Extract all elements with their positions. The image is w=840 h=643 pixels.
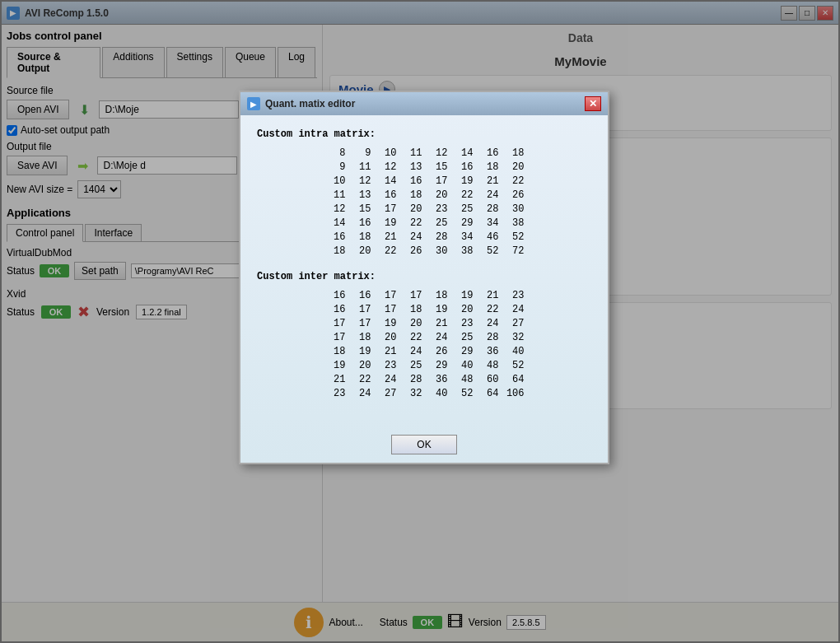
matrix-cell: 15 <box>348 203 373 216</box>
matrix-cell: 27 <box>502 317 526 330</box>
matrix-cell: 24 <box>476 189 501 202</box>
matrix-cell: 12 <box>348 175 373 188</box>
matrix-cell: 16 <box>323 231 348 244</box>
matrix-cell: 52 <box>502 359 526 372</box>
matrix-cell: 72 <box>502 245 526 258</box>
matrix-cell: 25 <box>425 217 450 230</box>
quant-matrix-dialog: ▶ Quant. matix editor ✕ Custom intra mat… <box>239 91 609 464</box>
matrix-cell: 28 <box>476 203 501 216</box>
matrix-cell: 38 <box>450 245 475 258</box>
matrix-cell: 21 <box>374 231 399 244</box>
matrix-cell: 26 <box>425 345 450 358</box>
matrix-cell: 22 <box>399 217 424 230</box>
matrix-cell: 106 <box>502 387 526 400</box>
matrix-cell: 52 <box>450 387 475 400</box>
matrix-cell: 19 <box>348 345 373 358</box>
matrix-cell: 24 <box>399 345 424 358</box>
matrix-cell: 25 <box>450 331 475 344</box>
matrix-cell: 14 <box>450 147 475 160</box>
matrix-cell: 18 <box>399 189 424 202</box>
matrix-cell: 16 <box>476 147 501 160</box>
matrix-cell: 17 <box>323 317 348 330</box>
matrix-cell: 11 <box>399 147 424 160</box>
matrix-cell: 28 <box>399 373 424 386</box>
matrix-cell: 64 <box>502 373 526 386</box>
inter-matrix-grid: 1616171718192123161717181920222417171920… <box>257 289 591 400</box>
matrix-cell: 13 <box>348 189 373 202</box>
matrix-cell: 22 <box>374 245 399 258</box>
matrix-cell: 60 <box>476 373 501 386</box>
matrix-cell: 16 <box>374 189 399 202</box>
matrix-cell: 22 <box>502 175 526 188</box>
matrix-cell: 38 <box>502 217 526 230</box>
matrix-cell: 20 <box>450 303 475 316</box>
matrix-cell: 21 <box>425 317 450 330</box>
matrix-cell: 17 <box>323 331 348 344</box>
matrix-cell: 26 <box>502 189 526 202</box>
matrix-cell: 20 <box>399 317 424 330</box>
matrix-cell: 24 <box>348 387 373 400</box>
matrix-cell: 15 <box>425 161 450 174</box>
intra-matrix-grid: 8910111214161891112131516182010121416171… <box>257 147 591 258</box>
matrix-cell: 12 <box>425 147 450 160</box>
matrix-cell: 24 <box>502 303 526 316</box>
matrix-cell: 11 <box>323 189 348 202</box>
modal-content: Custom intra matrix: 8910111214161891112… <box>240 115 608 426</box>
matrix-cell: 36 <box>425 373 450 386</box>
matrix-cell: 20 <box>348 245 373 258</box>
matrix-cell: 11 <box>348 161 373 174</box>
matrix-cell: 30 <box>425 245 450 258</box>
matrix-cell: 24 <box>399 231 424 244</box>
matrix-cell: 16 <box>399 175 424 188</box>
matrix-cell: 21 <box>374 345 399 358</box>
matrix-cell: 16 <box>323 303 348 316</box>
matrix-cell: 20 <box>502 161 526 174</box>
matrix-cell: 40 <box>425 387 450 400</box>
matrix-cell: 46 <box>476 231 501 244</box>
matrix-cell: 18 <box>399 303 424 316</box>
matrix-cell: 34 <box>476 217 501 230</box>
matrix-cell: 20 <box>348 359 373 372</box>
matrix-cell: 24 <box>374 373 399 386</box>
matrix-cell: 18 <box>323 245 348 258</box>
matrix-cell: 18 <box>323 345 348 358</box>
matrix-cell: 18 <box>348 231 373 244</box>
matrix-cell: 27 <box>374 387 399 400</box>
ok-button[interactable]: OK <box>391 435 456 454</box>
matrix-cell: 17 <box>374 203 399 216</box>
matrix-cell: 18 <box>502 147 526 160</box>
modal-title-text: Quant. matix editor <box>265 98 355 109</box>
matrix-cell: 17 <box>348 303 373 316</box>
inter-matrix-title: Custom inter matrix: <box>257 271 591 282</box>
modal-footer: OK <box>240 426 608 463</box>
matrix-cell: 23 <box>425 203 450 216</box>
matrix-cell: 18 <box>476 161 501 174</box>
modal-title-bar: ▶ Quant. matix editor ✕ <box>240 92 608 115</box>
modal-title-icon: ▶ <box>247 97 260 110</box>
matrix-cell: 32 <box>502 331 526 344</box>
matrix-cell: 52 <box>502 231 526 244</box>
matrix-cell: 25 <box>450 203 475 216</box>
matrix-cell: 40 <box>502 345 526 358</box>
matrix-cell: 22 <box>348 373 373 386</box>
matrix-cell: 19 <box>374 217 399 230</box>
matrix-cell: 29 <box>425 359 450 372</box>
matrix-cell: 21 <box>476 289 501 302</box>
matrix-cell: 18 <box>348 331 373 344</box>
matrix-cell: 17 <box>425 175 450 188</box>
matrix-cell: 10 <box>374 147 399 160</box>
matrix-cell: 30 <box>502 203 526 216</box>
matrix-cell: 21 <box>323 373 348 386</box>
matrix-cell: 48 <box>476 359 501 372</box>
matrix-cell: 12 <box>374 161 399 174</box>
matrix-cell: 9 <box>323 161 348 174</box>
matrix-cell: 19 <box>450 175 475 188</box>
matrix-cell: 28 <box>476 331 501 344</box>
matrix-cell: 14 <box>374 175 399 188</box>
matrix-cell: 24 <box>425 331 450 344</box>
matrix-cell: 36 <box>476 345 501 358</box>
matrix-cell: 16 <box>348 289 373 302</box>
modal-close-button[interactable]: ✕ <box>585 96 601 111</box>
matrix-cell: 34 <box>450 231 475 244</box>
modal-title-left: ▶ Quant. matix editor <box>247 97 355 110</box>
